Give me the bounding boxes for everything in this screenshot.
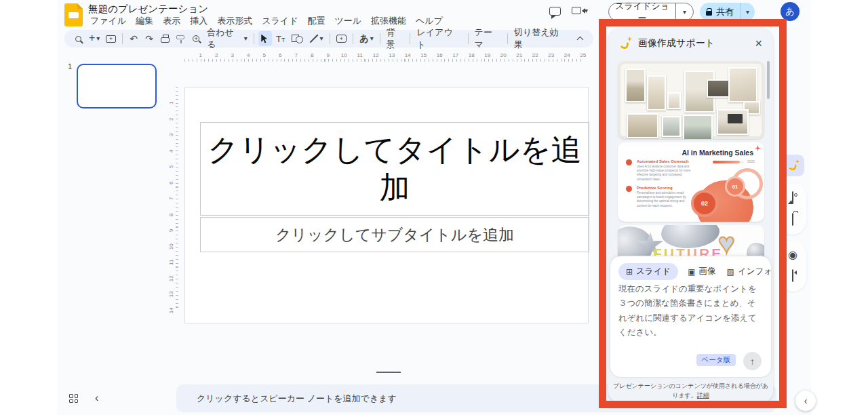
chevron-down-icon: ▾ <box>96 35 100 42</box>
panel-disclaimer: プレゼンテーションのコンテンツが使用される場合があります。詳細 <box>612 382 769 401</box>
search-menus-button[interactable] <box>71 31 85 46</box>
horizontal-ruler: 1234567891011121314151617181920212223242… <box>193 52 591 59</box>
ruler-number: 16 <box>432 52 448 59</box>
menu-item[interactable]: 表示 <box>158 14 185 28</box>
tab-label: 画像 <box>699 266 716 277</box>
fit-label: 合わせる <box>207 26 243 51</box>
paint-format-button[interactable] <box>174 31 187 46</box>
account-avatar[interactable]: あ <box>781 2 800 21</box>
theme-button[interactable]: テーマ <box>473 31 503 46</box>
menu-item[interactable]: ツール <box>330 14 366 28</box>
menu-item[interactable]: ファイル <box>85 14 131 28</box>
grid-view-button[interactable] <box>69 394 78 403</box>
suggestion-card-infographic[interactable]: AI in Marketing Sales 2025 01 02 Automat… <box>618 142 764 222</box>
prompt-input[interactable] <box>618 282 764 350</box>
share-split-button: 共有 ▾ <box>700 3 755 21</box>
select-tool-button[interactable] <box>258 31 272 46</box>
share-options-button[interactable]: ▾ <box>740 3 755 21</box>
slides-logo-icon[interactable] <box>64 3 83 26</box>
paint-roller-icon <box>176 35 184 39</box>
mood-photo <box>647 75 666 111</box>
print-button[interactable] <box>158 31 172 46</box>
panel-scrollbar[interactable] <box>767 61 770 99</box>
ruler-number: 6 <box>273 52 289 59</box>
rail-item-folder[interactable] <box>792 214 793 226</box>
generation-mode-tab[interactable]: ▣ 画像 <box>686 263 717 280</box>
menu-item[interactable]: 編集 <box>131 14 158 28</box>
rail-group-recording: ◉ <box>779 240 806 292</box>
ruler-number: 8 <box>304 52 321 59</box>
input-tools-button[interactable]: あ▾ <box>357 31 375 46</box>
transition-button[interactable]: 切り替え効果 <box>512 31 569 46</box>
slide-thumbnail[interactable] <box>77 64 157 108</box>
toolbar-divider <box>380 33 380 44</box>
rail-item-image-support-active[interactable] <box>782 155 804 176</box>
send-prompt-button[interactable]: ↑ <box>743 352 762 370</box>
fit-zoom-select[interactable]: 合わせる▾ <box>205 31 250 46</box>
menu-item[interactable]: スライド <box>257 14 302 28</box>
moodboard-image <box>620 64 762 136</box>
shapes-icon <box>292 35 303 43</box>
slideshow-button[interactable]: スライドショー <box>609 0 675 24</box>
title-placeholder[interactable]: クリックしてタイトルを追加 <box>200 122 589 216</box>
chevron-up-icon <box>576 37 583 43</box>
share-button[interactable]: 共有 <box>700 6 740 18</box>
rail-item-video[interactable] <box>792 270 793 282</box>
undo-button[interactable]: ↶ <box>127 31 140 46</box>
text-box-button[interactable] <box>274 31 288 46</box>
plus-icon: + <box>89 33 95 43</box>
disclaimer-text: プレゼンテーションのコンテンツが使用される場合があります。 <box>613 382 768 399</box>
subtitle-placeholder[interactable]: クリックしてサブタイトルを追加 <box>200 217 589 252</box>
join-call-button[interactable]: ▾ <box>572 7 588 14</box>
ruler-number: 4 <box>241 52 257 59</box>
chrome-blob <box>661 225 719 248</box>
generation-mode-tab[interactable]: ⊞ スライド <box>618 263 678 280</box>
record-icon[interactable]: ◉ <box>788 250 797 260</box>
ruler-number: 17 <box>448 52 464 59</box>
photo-icon <box>792 191 793 204</box>
collapse-toolbar-button[interactable] <box>573 31 587 46</box>
main-toolbar: +▾ ↶ ↷ 合わせる▾ ▾ あ▾ 背景 レイアウト テーマ 切り替え効果 <box>64 30 593 47</box>
rail-item-images[interactable] <box>792 192 793 204</box>
zoom-button[interactable] <box>189 31 203 46</box>
horizontal-ruler-ticks <box>184 59 583 62</box>
mood-photo <box>627 113 658 138</box>
layout-button[interactable]: レイアウト <box>414 31 463 46</box>
shapes-button[interactable] <box>290 31 305 46</box>
generation-mode-tab[interactable]: ▧ インフォグラ <box>726 263 771 280</box>
ruler-number: 10 <box>336 52 353 59</box>
mood-photo <box>728 67 757 102</box>
ruler-number: 21 <box>511 52 528 59</box>
add-shape-button[interactable]: +▾ <box>87 31 102 46</box>
line-icon <box>309 34 319 43</box>
collapse-filmstrip-button[interactable]: ‹ <box>95 392 98 404</box>
share-label: 共有 <box>716 6 734 18</box>
infographic-bubble-02: 02 <box>691 190 718 217</box>
insert-comment-button[interactable] <box>334 31 349 46</box>
expand-side-panel-button[interactable]: ‹ <box>795 391 816 411</box>
image-creation-panel: 画像作成サポート × AI in Marke <box>608 28 773 403</box>
ruler-number: 15 <box>416 52 432 59</box>
menu-item[interactable]: 配置 <box>302 14 330 28</box>
notes-resize-handle[interactable] <box>376 372 401 373</box>
banana-sparkle-icon <box>787 160 798 171</box>
details-link[interactable]: 詳細 <box>697 392 709 399</box>
ruler-number: 9 <box>320 52 336 59</box>
tab-icon: ⊞ <box>626 267 633 277</box>
tab-label: インフォグラ <box>738 266 771 277</box>
comment-icon <box>549 7 561 16</box>
ruler-number: 5 <box>256 52 273 59</box>
sparkle-icon <box>755 145 761 151</box>
comment-plus-icon <box>336 35 347 43</box>
close-panel-button[interactable]: × <box>755 37 762 50</box>
line-tool-button[interactable]: ▾ <box>307 31 326 46</box>
new-slide-button[interactable] <box>104 31 118 46</box>
infographic-item-heading: Predictive Scoring <box>637 186 694 190</box>
redo-button[interactable]: ↷ <box>142 31 156 46</box>
suggestion-card-moodboard[interactable] <box>618 61 764 139</box>
infographic-item-heading: Automated Sales Outreach <box>637 159 694 163</box>
background-button[interactable]: 背景 <box>384 31 406 46</box>
slideshow-options-button[interactable]: ▾ <box>675 3 693 20</box>
open-comments-button[interactable] <box>549 7 561 16</box>
slide-canvas[interactable]: クリックしてタイトルを追加 クリックしてサブタイトルを追加 <box>184 87 589 323</box>
